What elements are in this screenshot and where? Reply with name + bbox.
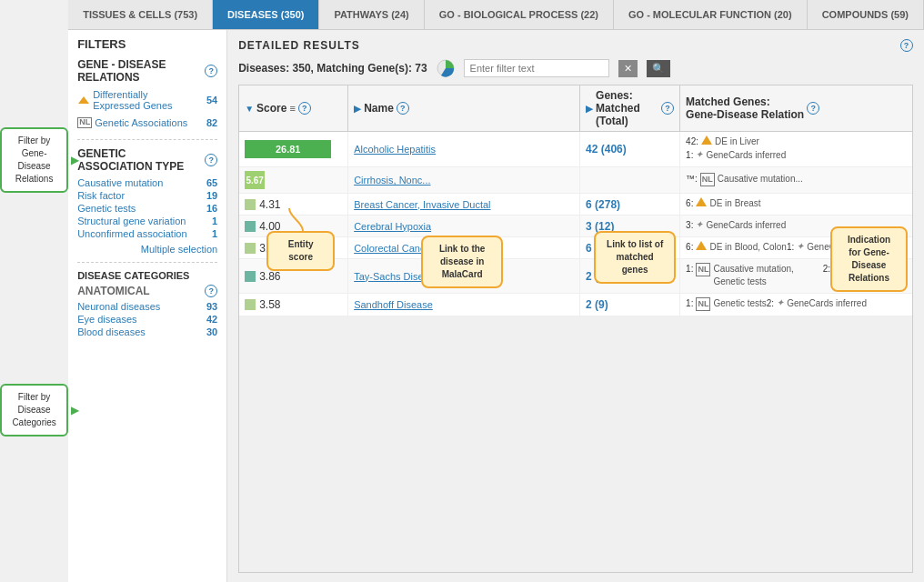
relation-entry-2a: ™: NL Causative mutation... — [686, 173, 803, 186]
neuronal-diseases-link[interactable]: Neuronal diseases — [77, 301, 160, 312]
th-matched-genes-help-icon[interactable]: ? — [807, 102, 819, 115]
disease-name-link-3[interactable]: Breast Cancer, Invasive Ductal — [354, 199, 490, 210]
disease-categories-section: DISEASE CATEGORIES ANATOMICAL ? Neuronal… — [77, 270, 217, 338]
table-row: 3.92 Colorectal Cancer 6 (692) — [239, 237, 912, 259]
filter-text-input[interactable] — [464, 59, 609, 77]
tab-diseases[interactable]: DISEASES (350) — [213, 0, 319, 29]
disease-cat-title: DISEASE CATEGORIES — [77, 270, 217, 281]
unconfirmed-link[interactable]: Unconfirmed association — [77, 228, 186, 239]
genetic-tests-count: 16 — [206, 203, 217, 214]
blood-diseases-count: 30 — [206, 326, 217, 337]
detailed-results-help-icon[interactable]: ? — [900, 39, 913, 52]
gene-count-3: 6 (278) — [586, 198, 620, 211]
assoc-causative[interactable]: Causative mutation 65 — [77, 176, 217, 189]
table-row: 26.81 Alcoholic Hepatitis 42 (406) — [239, 132, 912, 167]
disease-eye[interactable]: Eye diseases 42 — [77, 313, 217, 326]
disease-blood[interactable]: Blood diseases 30 — [77, 326, 217, 338]
tab-compounds[interactable]: COMPOUNDS (59) — [808, 0, 924, 29]
assoc-unconfirmed[interactable]: Unconfirmed association 1 — [77, 227, 217, 240]
anatomical-help-icon[interactable]: ? — [205, 285, 217, 297]
gene-count-link-6[interactable]: 2 (10) — [586, 270, 614, 283]
tab-go-molecular[interactable]: GO - MOLECULAR FUNCTION (20) — [614, 0, 808, 29]
gene-count-1: 42 (406) — [586, 143, 627, 156]
score-num-3: 4.31 — [259, 198, 280, 211]
score-container-4: 4.00 — [245, 220, 280, 233]
assoc-risk-factor[interactable]: Risk factor 19 — [77, 189, 217, 202]
gene-count-link-4[interactable]: 3 (12) — [586, 220, 614, 233]
td-genes-6: 2 (10) — [580, 259, 680, 293]
th-matched-genes-label: Matched Genes:Gene-Disease Relation — [686, 95, 804, 121]
td-relations-5: 6: DE in Blood, Colon 1: ✦ GeneCards inf… — [680, 237, 912, 258]
tab-bar: TISSUES & CELLS (753) DISEASES (350) PAT… — [68, 0, 924, 30]
disease-name-link-6[interactable]: Tay-Sachs Disease — [354, 271, 439, 282]
score-container-5: 3.92 — [245, 242, 280, 255]
disease-name-link-5[interactable]: Colorectal Cancer — [354, 243, 434, 254]
filter-genetic-assoc[interactable]: NL Genetic Associations 82 — [77, 115, 217, 130]
neuronal-diseases-count: 93 — [206, 301, 217, 312]
disease-name-link-2[interactable]: Cirrhosis, Nonc... — [354, 175, 430, 186]
gene-count-link-7[interactable]: 2 (9) — [586, 298, 608, 311]
structural-gene-link[interactable]: Structural gene variation — [77, 216, 186, 226]
tab-pathways[interactable]: PATHWAYS (24) — [319, 0, 424, 29]
diff-expressed-link[interactable]: DifferentiallyExpressed Genes — [93, 89, 172, 111]
relation-entry-5b: 1: ✦ GeneCards inferred — [787, 241, 887, 254]
filter-diff-expressed[interactable]: DifferentiallyExpressed Genes 54 — [77, 87, 217, 113]
disease-name-link-1[interactable]: Alcoholic Hepatitis — [354, 144, 436, 155]
score-square-3 — [245, 199, 256, 210]
pie-chart-icon[interactable] — [437, 59, 455, 77]
td-relations-1: 42: DE in Liver 1: ✦ GeneCards inferred — [680, 132, 912, 166]
th-name-sort-icon[interactable]: ▶ — [354, 104, 361, 114]
tab-tissues-cells[interactable]: TISSUES & CELLS (753) — [68, 0, 213, 29]
unconfirmed-count: 1 — [212, 228, 217, 239]
genetic-assoc-count: 82 — [206, 117, 217, 128]
th-score-help-icon[interactable]: ? — [298, 102, 311, 115]
disease-name-link-7[interactable]: Sandhoff Disease — [354, 299, 433, 310]
th-name-help-icon[interactable]: ? — [397, 102, 409, 115]
detailed-results-title: DETAILED RESULTS — [238, 39, 360, 52]
th-genes-sort-icon[interactable]: ▶ — [586, 104, 593, 114]
th-score-settings-icon[interactable]: ≡ — [289, 103, 295, 114]
multiple-selection-link[interactable]: Multiple selection — [77, 244, 217, 255]
assoc-structural-gene[interactable]: Structural gene variation 1 — [77, 215, 217, 227]
relation-entry-6a: 1: NL Causative mutation, Genetic tests — [686, 263, 823, 288]
eye-diseases-link[interactable]: Eye diseases — [77, 314, 136, 325]
cm-icon-2a: NL — [700, 173, 715, 186]
gene-count-link-5[interactable]: 6 (692) — [586, 242, 620, 255]
causative-link[interactable]: Causative mutation — [77, 177, 163, 188]
gene-disease-help-icon[interactable]: ? — [205, 65, 217, 77]
td-genes-3: 6 (278) — [580, 194, 680, 215]
blood-diseases-link[interactable]: Blood diseases — [77, 326, 146, 337]
td-score-4: 4.00 — [239, 216, 348, 236]
sort-arrow-icon[interactable]: ▼ — [245, 104, 254, 114]
disease-name-link-4[interactable]: Cerebral Hypoxia — [354, 221, 431, 232]
filter-search-button[interactable]: 🔍 — [647, 60, 670, 77]
filter-clear-button[interactable]: ✕ — [618, 60, 638, 77]
risk-factor-link[interactable]: Risk factor — [77, 190, 125, 201]
genetic-assoc-link[interactable]: Genetic Associations — [95, 117, 187, 128]
gene-count-4: 3 (12) — [586, 220, 614, 233]
th-genes-label: Genes:Matched (Total) — [596, 89, 658, 127]
gc-icon-6b: ✦ — [833, 263, 840, 275]
th-score: ▼ Score ≡ ? — [239, 85, 348, 131]
results-table: ▼ Score ≡ ? ▶ Name ? ▶ Genes:Matched — [238, 85, 913, 573]
disease-neuronal[interactable]: Neuronal diseases 93 — [77, 300, 217, 313]
td-score-7: 3.58 — [239, 294, 348, 316]
th-genes-help-icon[interactable]: ? — [661, 102, 674, 115]
table-row: 5.67 Cirrhosis, Nonc... ™: NL Causativ — [239, 167, 912, 194]
score-num-6: 3.86 — [259, 270, 280, 283]
table-body: 26.81 Alcoholic Hepatitis 42 (406) — [239, 132, 912, 573]
th-name: ▶ Name ? — [348, 85, 580, 131]
gc-icon-1b: ✦ — [696, 149, 703, 161]
genetic-assoc-type-help-icon[interactable]: ? — [205, 154, 217, 166]
gc-icon-4a: ✦ — [696, 219, 703, 231]
gene-count-link-3[interactable]: 6 (278) — [586, 198, 620, 211]
risk-factor-count: 19 — [206, 190, 217, 201]
tab-go-biological[interactable]: GO - BIOLOGICAL PROCESS (22) — [425, 0, 614, 29]
th-matched-genes: Matched Genes:Gene-Disease Relation ? — [680, 85, 912, 131]
table-row: 4.31 Breast Cancer, Invasive Ductal 6 (2… — [239, 194, 912, 216]
gene-count-link-1[interactable]: 42 (406) — [586, 143, 627, 156]
genetic-tests-link[interactable]: Genetic tests — [77, 203, 136, 214]
gene-count-6: 2 (10) — [586, 270, 614, 283]
assoc-genetic-tests[interactable]: Genetic tests 16 — [77, 202, 217, 215]
score-num-4: 4.00 — [259, 220, 280, 233]
